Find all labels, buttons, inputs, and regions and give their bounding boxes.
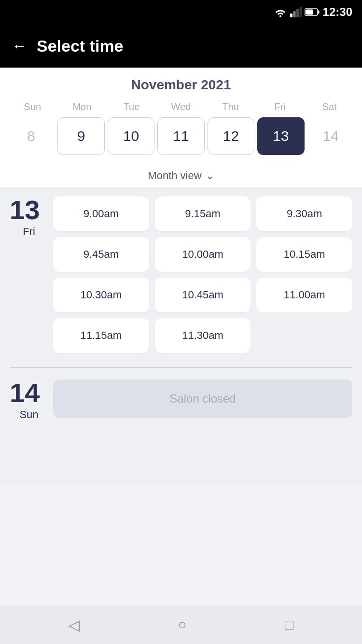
time-slot-915am[interactable]: 9.15am <box>155 196 251 231</box>
time-slot-1030am[interactable]: 10.30am <box>53 278 149 312</box>
nav-back-icon[interactable]: ◁ <box>69 616 80 633</box>
time-slot-945am[interactable]: 9.45am <box>53 237 149 272</box>
day-header-tue: Tue <box>107 101 156 112</box>
time-slot-900am[interactable]: 9.00am <box>53 196 149 231</box>
clock-time: 12:30 <box>323 5 352 19</box>
day-block-14: 14SunSalon closed <box>10 379 352 421</box>
day-header-thu: Thu <box>206 101 255 112</box>
day-block-13: 13Fri9.00am9.15am9.30am9.45am10.00am10.1… <box>10 196 352 353</box>
day-name-Sun: Sun <box>19 408 38 421</box>
divider <box>10 367 352 368</box>
signal-icon <box>290 7 302 17</box>
date-cell-8[interactable]: 8 <box>8 117 55 155</box>
day-headers: Sun Mon Tue Wed Thu Fri Sat <box>8 101 354 112</box>
salon-closed-label: Salon closed <box>53 379 352 418</box>
month-view-label[interactable]: Month view <box>148 169 201 182</box>
slots-section: 13Fri9.00am9.15am9.30am9.45am10.00am10.1… <box>0 187 362 484</box>
time-slot-1015am[interactable]: 10.15am <box>256 237 352 272</box>
time-slot-1130am[interactable]: 11.30am <box>155 318 251 353</box>
day-header-sun: Sun <box>8 101 57 112</box>
chevron-down-icon[interactable]: ⌄ <box>206 169 214 182</box>
time-slot-1115am[interactable]: 11.15am <box>53 318 149 353</box>
time-slot-1100am[interactable]: 11.00am <box>256 278 352 312</box>
svg-rect-3 <box>299 7 302 17</box>
day-header-mon: Mon <box>57 101 107 112</box>
date-cell-9[interactable]: 9 <box>57 117 104 155</box>
month-label: November 2021 <box>8 77 354 93</box>
date-cell-13[interactable]: 13 <box>257 117 304 155</box>
time-slot-1000am[interactable]: 10.00am <box>155 237 251 272</box>
top-bar: ← Select time <box>0 24 362 68</box>
date-cell-14[interactable]: 14 <box>307 117 354 155</box>
day-header-sat: Sat <box>305 101 354 112</box>
date-cell-11[interactable]: 11 <box>157 117 204 155</box>
day-number-14: 14 <box>10 379 48 406</box>
status-bar: 12:30 <box>0 0 362 24</box>
nav-recent-icon[interactable]: □ <box>285 616 293 633</box>
svg-rect-5 <box>305 10 313 15</box>
date-cell-12[interactable]: 12 <box>208 117 254 155</box>
time-grid-13: 9.00am9.15am9.30am9.45am10.00am10.15am10… <box>53 196 352 353</box>
svg-rect-1 <box>293 11 295 17</box>
svg-rect-2 <box>296 9 299 17</box>
wifi-icon <box>274 7 287 17</box>
date-row: 891011121314 <box>8 117 354 155</box>
time-slot-1045am[interactable]: 10.45am <box>155 278 251 312</box>
time-slot-930am[interactable]: 9.30am <box>256 196 352 231</box>
back-button[interactable]: ← <box>12 38 27 54</box>
month-view-row[interactable]: Month view ⌄ <box>0 163 362 187</box>
nav-bar: ◁ ○ □ <box>0 605 362 644</box>
day-header-wed: Wed <box>156 101 206 112</box>
svg-rect-6 <box>318 11 319 14</box>
date-cell-10[interactable]: 10 <box>108 117 154 155</box>
day-header-fri: Fri <box>255 101 305 112</box>
page-title: Select time <box>37 37 124 56</box>
day-name-Fri: Fri <box>23 225 35 238</box>
battery-icon <box>305 8 320 16</box>
status-icons: 12:30 <box>274 5 352 19</box>
nav-home-icon[interactable]: ○ <box>178 616 186 633</box>
svg-rect-0 <box>290 14 292 17</box>
day-number-13: 13 <box>10 196 48 224</box>
calendar-section: November 2021 Sun Mon Tue Wed Thu Fri Sa… <box>0 68 362 163</box>
